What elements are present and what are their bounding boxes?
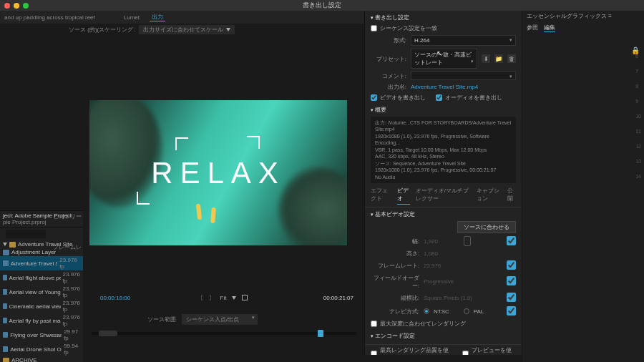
project-item[interactable]: Flying over Shwesandaw Pagoda a29.97 fp — [0, 328, 83, 342]
clip-icon — [3, 303, 7, 309]
tab-video[interactable]: ビデオ — [397, 187, 410, 205]
fit-dropdown[interactable]: Fit — [220, 295, 227, 301]
max-quality-checkbox[interactable] — [371, 351, 377, 355]
width-value[interactable]: 1,920 — [424, 238, 459, 245]
timecode-in[interactable]: 00:00:18:00 — [100, 295, 130, 301]
match-width-checkbox[interactable] — [507, 236, 516, 245]
tv-ntsc-label: NTSC — [434, 308, 449, 315]
clip-icon — [3, 332, 8, 338]
scaling-dropdown[interactable]: 出力サイズに合わせてスケール — [139, 25, 235, 34]
preset-label: プリセット: — [371, 55, 406, 63]
source-range-label: ソース範囲 — [147, 315, 176, 323]
overlay-text: RELAX — [151, 156, 286, 190]
item-framerate: 29.97 fp — [64, 328, 80, 341]
tab-effects[interactable]: エフェクト — [371, 187, 391, 205]
traffic-lights[interactable] — [4, 3, 29, 9]
panel-title: エッセンシャルグラフィックス ≡ — [522, 11, 644, 21]
bin-row[interactable]: ARCHIVE — [0, 356, 83, 362]
preset-dropdown[interactable]: ソースの一致・高速ビットレート — [411, 49, 477, 69]
range-handle[interactable] — [99, 331, 117, 336]
minimize-icon[interactable] — [14, 3, 19, 9]
workspace-label[interactable]: Lumet — [124, 14, 140, 21]
height-label: 高さ: — [371, 250, 419, 258]
project-item[interactable]: Aerial Drone Shot One Person Silh59.94 f… — [0, 342, 83, 356]
export-audio-checkbox[interactable] — [436, 94, 442, 101]
window-title: 書き出し設定 — [303, 1, 341, 10]
chevron-down-icon — [3, 243, 7, 246]
match-par-checkbox[interactable] — [507, 293, 516, 302]
tab-browse[interactable]: 参照 — [527, 24, 538, 32]
height-value[interactable]: 1,080 — [424, 250, 459, 257]
par-label: 縦横比: — [371, 294, 419, 302]
item-name: Aerial view of Young traveling wom — [9, 289, 61, 295]
max-quality-label: 最高レンダリング品質を使用 — [380, 346, 452, 355]
section-encode[interactable]: エンコード設定 — [365, 329, 522, 341]
format-dropdown[interactable]: H.264 — [411, 35, 516, 46]
tab-captions[interactable]: キャプション — [477, 187, 502, 205]
item-framerate: 23.976 fp — [59, 257, 80, 270]
tab-audio[interactable]: オーディオ/マルチプレクサー — [416, 187, 472, 205]
tv-ntsc-radio[interactable] — [424, 308, 429, 314]
tv-label: テレビ方式: — [371, 308, 419, 315]
max-depth-checkbox[interactable] — [371, 321, 377, 327]
import-preset-icon[interactable]: 📁 — [494, 54, 503, 63]
section-export-settings[interactable]: 書き出し設定 — [365, 11, 522, 23]
match-sequence-checkbox[interactable] — [371, 25, 377, 31]
tab-publish[interactable]: 公開 — [507, 187, 516, 205]
history-tab[interactable]: ヒストリー — [53, 212, 82, 220]
project-item[interactable]: Adventure Travel Site23.976 fp — [0, 256, 83, 270]
match-field-checkbox[interactable] — [507, 276, 516, 285]
row-number: 7 — [635, 69, 641, 74]
timecode-out[interactable]: 00:00:21:07 — [323, 295, 353, 301]
row-number: 6 — [635, 54, 641, 59]
width-label: 幅: — [371, 238, 419, 245]
item-framerate: 59.94 fp — [64, 343, 80, 356]
crop-bracket-icon — [137, 192, 150, 205]
project-item[interactable]: Aerial view of Young traveling wom23.976… — [0, 285, 83, 299]
field-order-value[interactable]: Progressive — [424, 278, 459, 285]
use-previews-checkbox[interactable] — [462, 351, 469, 355]
export-video-checkbox[interactable] — [371, 94, 377, 101]
search-input[interactable] — [6, 230, 46, 238]
aspect-icon[interactable] — [242, 295, 248, 300]
summary-source-label: ソース: — [375, 161, 391, 166]
summary-line: AAC, 320 kbps, 48 kHz, Stereo — [375, 154, 444, 159]
timeline-scrubber[interactable] — [92, 332, 356, 335]
tab-edit[interactable]: 編集 — [544, 24, 555, 32]
project-item[interactable]: Cinematic aerial view of couple sta23.97… — [0, 299, 83, 313]
close-icon[interactable] — [4, 3, 10, 9]
titlebar: 書き出し設定 — [0, 0, 644, 11]
fps-value[interactable]: 23.976 — [424, 263, 459, 269]
item-name: Aerial Drone Shot One Person Silh — [10, 346, 62, 353]
item-framerate: 23.976 fp — [63, 300, 80, 313]
match-fps-checkbox[interactable] — [507, 260, 516, 270]
delete-preset-icon[interactable]: 🗑 — [507, 54, 516, 63]
set-in-icon[interactable]: 〔 — [197, 294, 203, 302]
source-range-value: シーケンス入点/出点 — [186, 316, 239, 323]
project-item[interactable]: Aerial flight above people hiking at23.9… — [0, 270, 83, 285]
match-tv-checkbox[interactable] — [507, 306, 516, 315]
row-number: 11 — [635, 129, 641, 134]
source-range-dropdown[interactable]: シーケンス入点/出点 — [182, 314, 258, 325]
section-summary[interactable]: 概要 — [365, 103, 522, 115]
link-icon[interactable] — [464, 236, 471, 246]
reef-texture — [89, 100, 162, 207]
preview-monitor[interactable]: RELAX — [89, 100, 347, 245]
field-order-label: フィールドオーダー: — [371, 274, 419, 290]
match-source-button[interactable]: ソースに合わせる — [457, 221, 516, 233]
item-framerate: 23.976 fp — [63, 285, 80, 298]
playhead-icon[interactable] — [318, 330, 323, 337]
output-name-link[interactable]: Adventure Travel Site.mp4 — [411, 84, 478, 90]
project-item[interactable]: Aerial fly by past man and truck on23.97… — [0, 313, 83, 328]
tab-output[interactable]: 出力 — [150, 13, 165, 21]
comment-input[interactable] — [411, 72, 516, 80]
source-range-row: ソース範囲 シーケンス入点/出点 — [147, 313, 362, 326]
section-basic-video[interactable]: 基本ビデオ設定 — [365, 207, 522, 220]
set-out-icon[interactable]: 〕 — [209, 294, 215, 302]
maximize-icon[interactable] — [23, 3, 29, 9]
seq-icon — [3, 260, 9, 266]
save-preset-icon[interactable]: ⬇ — [482, 54, 490, 63]
tv-pal-radio[interactable] — [464, 308, 469, 314]
par-value[interactable]: Square Pixels (1.0) — [424, 295, 481, 301]
scaling-label: ソース (的)(スケーリング: — [69, 26, 135, 34]
